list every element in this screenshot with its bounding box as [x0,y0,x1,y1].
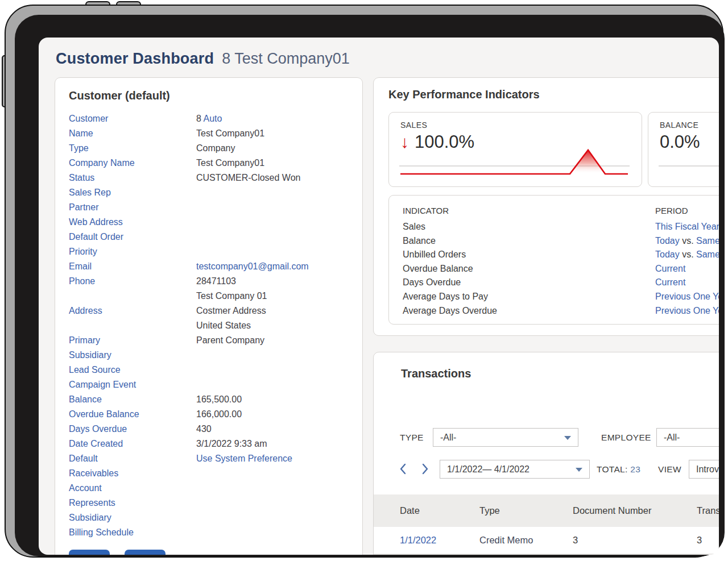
kpi-panel-title: Key Performance Indicators [388,88,719,101]
customer-actions: View Edit [69,550,166,555]
customer-field-row: Subsidiary [69,348,349,363]
customer-panel-title: Customer (default) [69,89,349,102]
period-link[interactable]: Current [655,277,685,287]
field-value: 28471103 [196,274,236,289]
field-label-link[interactable]: Represents [69,496,196,510]
type-filter-label: TYPE [400,428,424,447]
field-label-link[interactable]: Days Overdue [69,422,196,437]
tablet-bezel: Customer Dashboard 8 Test Company01 Cust… [15,15,725,556]
indicator-period: Current [655,276,685,290]
period-link[interactable]: Same Day [696,250,719,259]
indicator-period: Previous One Year [655,290,719,304]
indicator-row: Sales This Fiscal Year [403,220,719,234]
field-value-text: 165,500.00 [196,394,242,404]
column-header-date[interactable]: Date [400,494,420,527]
edit-button[interactable]: Edit [125,550,166,555]
kpi-balance-card[interactable]: BALANCE 0.0% [648,112,719,187]
transaction-number: 3 [697,527,702,554]
field-value-text: 166,000.00 [196,409,242,419]
field-label-link[interactable]: Default Order [69,230,196,244]
date-range-select[interactable]: 1/1/2022— 4/1/2022 [440,460,590,479]
next-row-stripe [374,554,719,555]
field-label-link[interactable]: Customer [69,111,196,126]
field-value-text: 28471103 [196,276,236,286]
field-label-link[interactable]: Subsidiary [69,510,196,525]
field-label-link[interactable] [69,289,196,304]
transactions-panel: Transactions TYPE -All- EMPLOYEE -All- [373,352,719,555]
period-link[interactable]: This Fiscal Year [655,222,719,231]
period-link[interactable]: Previous One Year [655,292,719,301]
field-label-link[interactable]: Phone [69,274,196,289]
field-label-link[interactable]: Lead Source [69,363,196,377]
field-value: Costmer Address [196,304,266,318]
customer-field-row: Company Name Test Company01 [69,156,349,171]
field-value-text: Use System Preference [196,454,292,463]
indicator-row: Overdue Balance Current [403,262,719,276]
customer-field-row: Address Costmer Address [69,304,349,318]
page-header: Customer Dashboard 8 Test Company01 [56,50,350,68]
field-label-link[interactable]: Campaign Event [69,377,196,392]
total-count[interactable]: 23 [630,464,640,474]
customer-field-row: Raceivables [69,466,349,481]
field-label-link[interactable]: Overdue Balance [69,407,196,422]
field-value: Test Company 01 [196,289,267,304]
field-label-link[interactable]: Primary [69,333,196,348]
field-value: Test Company01 [196,126,264,141]
view-filter-select[interactable]: Introv [689,460,719,479]
field-value: 430 [196,422,212,437]
customer-field-row: United States [69,318,349,333]
period-link[interactable]: Today [655,250,680,259]
kpi-balance-label: BALANCE [660,120,719,130]
indicator-row: Balance Today vs. Same Day [403,234,719,248]
field-label-link[interactable]: Email [69,259,196,274]
field-label-link[interactable]: Raceivables [69,466,196,481]
field-label-link[interactable] [69,318,196,333]
kpi-sales-card[interactable]: SALES ↓ 100.0% [388,112,642,187]
field-label-link[interactable]: Priority [69,244,196,259]
transaction-date-link[interactable]: 1/1/2022 [400,527,436,554]
column-header-transaction[interactable]: Transaction [697,494,719,527]
field-value-prefix: 8 [196,114,203,123]
indicator-rows: Sales This Fiscal Year Balance Today vs.… [403,220,719,318]
field-value: testcompany01@gmail.com [196,259,309,274]
chevron-down-icon [564,436,571,440]
field-value: 166,000.00 [196,407,242,422]
customer-field-row: Status CUSTOMER-Closed Won [69,171,349,185]
field-label-link[interactable]: Date Created [69,437,196,451]
field-label-link[interactable]: Name [69,126,196,141]
field-label-link[interactable]: Subsidiary [69,348,196,363]
next-period-button[interactable] [420,463,429,475]
field-label-link[interactable]: Default [69,451,196,466]
field-value-text: United States [196,321,251,330]
customer-field-row: Lead Source [69,363,349,377]
period-link[interactable]: Same Day [696,236,719,246]
customer-field-row: Phone 28471103 [69,274,349,289]
column-header-document-number[interactable]: Document Number [573,494,651,527]
employee-filter-select[interactable]: -All- [656,428,719,447]
previous-period-button[interactable] [399,463,408,475]
customer-field-list: Customer 8 Auto Name Test Company01 Type [69,111,349,540]
field-label-link[interactable]: Address [69,304,196,318]
field-label-link[interactable]: Billing Schedule [69,525,196,540]
view-button[interactable]: View [69,550,110,555]
field-label-link[interactable]: Status [69,171,196,185]
field-label-link[interactable]: Sales Rep [69,185,196,200]
field-label-link[interactable]: Type [69,141,196,156]
indicator-name: Days Overdue [403,276,655,290]
view-filter-value: Introv [696,464,719,475]
chevron-down-icon [576,468,582,472]
field-label-link[interactable]: Account [69,481,196,496]
period-link[interactable]: Today [655,236,680,246]
indicator-row: Average Days to Pay Previous One Year [403,290,719,304]
field-label-link[interactable]: Partner [69,200,196,215]
field-label-link[interactable]: Balance [69,392,196,407]
period-link[interactable]: Current [655,264,685,273]
type-filter-select[interactable]: -All- [433,428,578,447]
customer-field-row: Type Company [69,141,349,156]
field-label-link[interactable]: Web Address [69,215,196,230]
field-label-link[interactable]: Company Name [69,156,196,171]
sales-sparkline-chart [399,142,632,182]
column-header-type[interactable]: Type [479,494,500,527]
field-value-text: Auto [203,114,222,123]
period-link[interactable]: Previous One Year [655,306,719,315]
